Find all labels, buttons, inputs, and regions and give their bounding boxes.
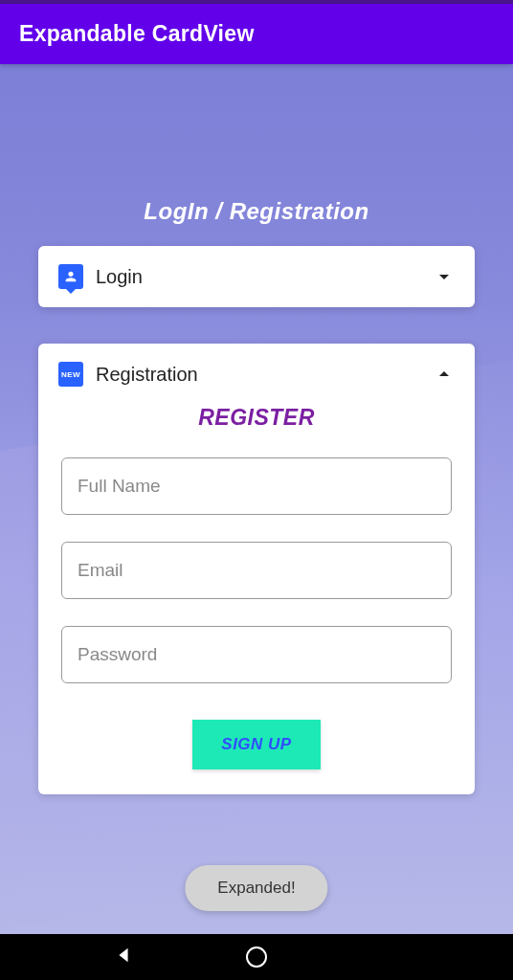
toast-message: Expanded! — [185, 865, 327, 911]
registration-card-icon: NEW — [57, 361, 84, 388]
email-input[interactable] — [61, 542, 452, 599]
person-icon — [58, 264, 83, 289]
chevron-down-icon — [433, 265, 456, 288]
registration-card-header[interactable]: NEW Registration — [38, 344, 475, 405]
full-name-input[interactable] — [61, 457, 452, 515]
app-bar: Expandable CardView — [0, 4, 513, 64]
app-bar-title: Expandable CardView — [19, 21, 494, 47]
section-title: LogIn / Registration — [38, 198, 475, 225]
nav-home-button[interactable] — [246, 947, 267, 968]
nav-back-button[interactable] — [113, 945, 134, 969]
registration-card-body: REGISTER SIGN UP — [38, 405, 475, 794]
login-card-header[interactable]: Login — [38, 246, 475, 307]
new-badge-icon: NEW — [58, 362, 83, 387]
login-card: Login — [38, 246, 475, 307]
navigation-bar — [0, 934, 513, 980]
login-card-icon — [57, 263, 84, 290]
register-form-title: REGISTER — [61, 405, 452, 431]
chevron-up-icon — [433, 363, 456, 386]
registration-card: NEW Registration REGISTER SIGN UP — [38, 344, 475, 794]
registration-card-title: Registration — [96, 364, 433, 386]
password-input[interactable] — [61, 626, 452, 683]
login-card-title: Login — [96, 266, 433, 288]
signup-button[interactable]: SIGN UP — [192, 720, 320, 769]
